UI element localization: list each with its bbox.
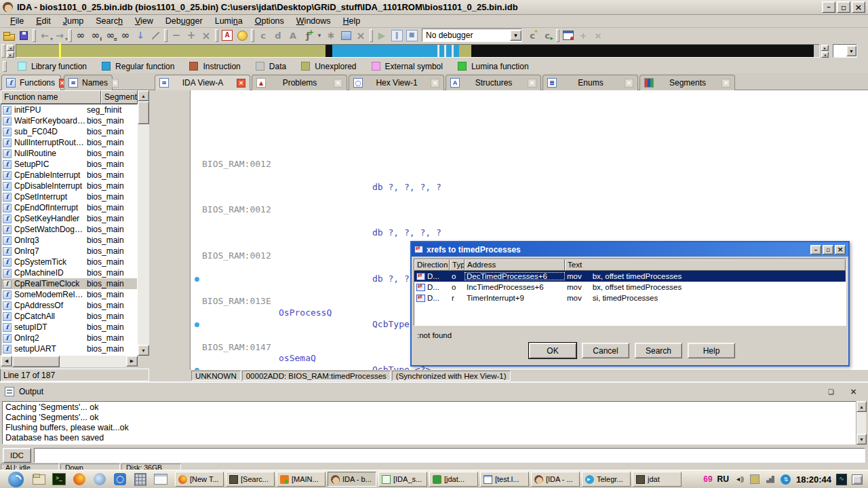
terminal-icon[interactable] (50, 471, 68, 487)
menu-item[interactable]: Debugger (159, 16, 209, 26)
horizontal-scrollbar[interactable]: ◀ ▶ (1, 356, 138, 367)
function-row[interactable]: CpAddressOf bios_main (1, 300, 137, 311)
function-row[interactable]: CpSetInterrupt bios_main (1, 191, 137, 202)
search-button[interactable]: Search (635, 343, 682, 358)
taskbar-task[interactable]: [IDA_s... (378, 472, 427, 487)
column-header-function-name[interactable]: Function name (1, 90, 101, 104)
save[interactable] (16, 29, 31, 43)
minimize-button[interactable] (822, 1, 835, 13)
disassembly-line[interactable]: BIOS_RAM:0012 db ?, ?, ?, ? (191, 227, 868, 239)
navband-next-icon[interactable] (7, 52, 14, 58)
system-monitor-icon[interactable] (836, 474, 847, 485)
sep[interactable] (214, 29, 220, 43)
open-file[interactable] (1, 29, 16, 43)
function-row[interactable]: initFPU seg_fninit (1, 105, 137, 115)
back[interactable] (37, 29, 52, 43)
close-tab-icon[interactable] (431, 79, 439, 88)
network-signal-icon[interactable] (765, 474, 776, 485)
close-tab-icon[interactable] (625, 79, 633, 88)
menu-item[interactable]: View (129, 16, 159, 26)
function-row[interactable]: NullInterruptRoutine bios_main (1, 137, 137, 148)
output-log[interactable]: Caching 'Segments'... okCaching 'Segment… (2, 401, 866, 445)
taskbar-task[interactable]: [New T... (175, 472, 224, 487)
debugger-windows[interactable] (561, 29, 576, 43)
scroll-right-icon[interactable]: ▶ (126, 356, 138, 367)
navigation-band[interactable] (16, 44, 820, 58)
function-row[interactable]: CpEndOfInterrupt bios_main (1, 202, 137, 213)
volume-icon[interactable] (734, 474, 745, 485)
close-button[interactable] (835, 245, 846, 255)
menu-item[interactable]: Edit (30, 16, 57, 26)
sep[interactable] (67, 29, 73, 43)
float-window-icon[interactable] (827, 388, 835, 396)
navband-combobox[interactable] (833, 44, 857, 58)
vpn-icon[interactable] (781, 474, 791, 485)
disassembly-line[interactable]: BIOS_RAM:0012 db ?, ?, ?, ? (191, 136, 868, 147)
close-tab-icon[interactable] (334, 79, 342, 88)
scroll-down-icon[interactable]: ▼ (138, 345, 149, 356)
breakpoint-add[interactable] (576, 29, 591, 43)
debugger-selector[interactable]: No debugger (422, 29, 522, 42)
jump-next[interactable] (133, 29, 148, 43)
tab[interactable]: Problems (252, 75, 347, 90)
column-header-text[interactable]: Text (565, 259, 846, 271)
xref-row[interactable]: D... o IncTimedProcesses+6 mov bx, offse… (414, 282, 846, 293)
cancel-button[interactable]: Cancel (582, 343, 629, 358)
function-row[interactable]: CpRealTimeClock bios_main (1, 278, 137, 289)
taskbar-task[interactable]: [jdat... (429, 472, 478, 487)
tab[interactable]: Names (64, 75, 113, 90)
function-row[interactable]: CpMachineID bios_main (1, 267, 137, 278)
function-row[interactable]: SomeModemRelatedS... bios_main (1, 289, 137, 300)
column-header-type[interactable]: Typ (450, 259, 465, 271)
window-icon[interactable] (152, 471, 170, 487)
patch[interactable] (338, 29, 353, 43)
calculator-icon[interactable] (132, 471, 149, 487)
toolbar-grip[interactable] (3, 61, 7, 72)
ok-button[interactable]: OK (529, 343, 576, 358)
taskbar-task[interactable]: IDA - b... (328, 472, 376, 487)
search-all[interactable] (73, 29, 88, 43)
tab[interactable]: Enums (542, 75, 638, 90)
scroll-up-icon[interactable]: ▲ (856, 401, 867, 412)
chain[interactable] (323, 29, 338, 43)
make-data[interactable] (271, 29, 285, 43)
scroll-left-icon[interactable]: ◀ (1, 356, 12, 367)
sep[interactable] (250, 29, 256, 43)
add-item[interactable] (184, 29, 199, 43)
function-row[interactable]: CpCatchAll bios_main (1, 311, 137, 322)
sep[interactable] (163, 29, 169, 43)
function-row[interactable]: OnIrq3 bios_main (1, 235, 137, 246)
stop-process[interactable] (404, 29, 419, 43)
file-manager-icon[interactable] (30, 471, 47, 487)
column-header-direction[interactable]: Direction (414, 259, 450, 271)
undefine[interactable] (353, 29, 368, 43)
function-row[interactable]: CpEnableInterrupt bios_main (1, 170, 137, 181)
chevron-down-icon[interactable] (510, 30, 521, 41)
navband-prev-icon[interactable] (821, 52, 829, 58)
search[interactable] (118, 29, 133, 43)
function-row[interactable]: SetupPIC bios_main (1, 159, 137, 170)
chevron-down-icon[interactable] (846, 45, 856, 56)
function-row[interactable]: CpSetKeyHandler bios_main (1, 213, 137, 224)
tab[interactable]: Hex View-1 (349, 75, 444, 90)
function-row[interactable]: WaitForKeyboardInput bios_main (1, 115, 137, 126)
menu-item[interactable]: Jump (57, 16, 90, 26)
disassembly-line[interactable]: BIOS_RAM:0012 db ?, ?, ?, ? (191, 182, 868, 193)
attach-c[interactable] (525, 29, 540, 43)
tab[interactable]: Functions (1, 75, 61, 90)
xref-row[interactable]: D... o DecTimedProcesses+6 mov bx, offse… (414, 271, 846, 282)
problems[interactable] (220, 29, 235, 43)
search-sequence[interactable] (103, 29, 118, 43)
function-row[interactable]: setupUART bios_main (1, 343, 137, 354)
start-process[interactable] (374, 29, 389, 43)
menu-down[interactable] (315, 29, 323, 43)
maximize-button[interactable] (823, 245, 833, 255)
pause-process[interactable] (389, 29, 404, 43)
menu-item[interactable]: Windows (290, 16, 337, 26)
function-row[interactable]: CpSetWatchDogHandler bios_main (1, 224, 137, 235)
firefox-icon[interactable] (71, 471, 88, 487)
menu-item[interactable]: Help (337, 16, 367, 26)
add-function[interactable] (300, 29, 315, 43)
forward[interactable] (52, 29, 67, 43)
column-header-address[interactable]: Address (465, 259, 565, 271)
